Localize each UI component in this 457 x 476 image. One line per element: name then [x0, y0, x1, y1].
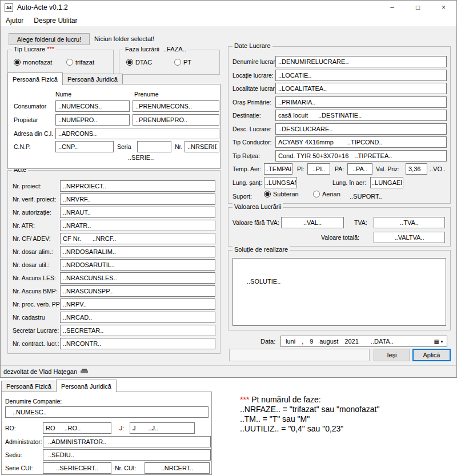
tab-persoana-juridica[interactable]: Persoană Juridică	[62, 74, 123, 84]
cf-prefix: CF Nr.	[63, 235, 81, 242]
radio-dtac[interactable]: DTAC	[126, 59, 152, 66]
choose-folder-button[interactable]: Alege folderul de lucru!	[9, 33, 90, 45]
window-title: Auto-Acte v0.1.2	[17, 3, 68, 11]
date-day: 9	[310, 338, 313, 345]
nr-atr-input[interactable]	[60, 220, 215, 231]
tip-lucrare-group: Tip Lucrare *** monofazat trifazat	[7, 50, 114, 75]
radio-trifazat-input[interactable]	[66, 59, 73, 66]
radio-subteran[interactable]: Subteran	[264, 191, 299, 197]
person-tabstrip-bottom: Persoană Fizică Persoană Juridică	[1, 380, 117, 392]
consumator-nume-input[interactable]	[55, 100, 130, 112]
oras-primarie-input[interactable]	[275, 96, 447, 108]
ro-input[interactable]: RO ..RO..	[43, 422, 111, 434]
chevron-down-icon: ▼	[440, 340, 444, 344]
tip-conductor-input[interactable]: ACYABY 4X16mmp ..TIPCOND..	[275, 136, 447, 148]
localitate-lucrare-input[interactable]	[275, 83, 447, 94]
nr-proc-verb-pp-input[interactable]	[60, 298, 215, 310]
temp-aer-input[interactable]	[264, 163, 292, 175]
date-month: august	[319, 338, 338, 345]
nr-cadastru-input[interactable]	[60, 312, 215, 323]
nr-proiect-input[interactable]	[60, 180, 215, 192]
pa-input[interactable]	[347, 163, 372, 175]
iesi-button[interactable]: Ieși	[374, 349, 410, 361]
tip-retea-input[interactable]: Cond. TYIR 50+3X70+16 ..TIPRETEA..	[275, 150, 447, 162]
radio-aerian[interactable]: Aerian	[313, 191, 340, 197]
seria-input[interactable]	[137, 141, 171, 152]
seria-label: Seria	[117, 143, 131, 150]
cnp-input[interactable]	[55, 141, 114, 152]
serie-cui-label: Serie CUI:	[5, 465, 33, 471]
minimize-icon[interactable]: –	[379, 1, 405, 14]
nr-dosar-util-input[interactable]	[60, 259, 215, 271]
col-header-nume: Nume	[55, 91, 71, 98]
notes-line-3: ..UUTILIZ.. = "0,4" sau "0,23"	[240, 424, 379, 434]
faza-title-text: Faza lucrării	[125, 46, 159, 53]
nr-autorizatie-input[interactable]	[60, 207, 215, 218]
propietar-nume-input[interactable]	[55, 114, 130, 126]
valoare-fara-tva-input[interactable]	[281, 217, 344, 228]
locatie-lucrare-input[interactable]	[275, 70, 447, 81]
menubar: Ajutor Despre Utilitar	[1, 14, 456, 26]
nrserie-input[interactable]	[185, 141, 219, 152]
close-icon[interactable]: ×	[431, 1, 456, 14]
nr-contract-lucr-input[interactable]	[60, 338, 215, 349]
tip-retea-prefix: Cond. TYIR 50+3X70+16	[278, 152, 348, 159]
administrator-label: Administrator:	[5, 438, 42, 445]
tab-persoana-juridica-bottom[interactable]: Persoană Juridică	[56, 380, 117, 392]
ro-prefix: RO	[46, 425, 55, 431]
radio-pt-input[interactable]	[174, 59, 181, 66]
valoare-totala-input[interactable]	[374, 232, 445, 243]
adresa-input[interactable]	[55, 128, 219, 139]
propietar-prenume-input[interactable]	[133, 114, 219, 126]
nr-dosar-alim-input[interactable]	[60, 246, 215, 257]
destinatie-input[interactable]: casă locuit ..DESTINATIE..	[275, 110, 447, 121]
nr-cf-adev-input[interactable]: CF Nr. ..NRCF..	[60, 233, 215, 244]
desc-lucrare-input[interactable]	[275, 123, 447, 135]
calendar-dropdown-button[interactable]: ▦ ▼	[432, 336, 446, 346]
val-priz-input[interactable]	[406, 163, 427, 175]
date-picker[interactable]: luni , 9 august 2021 ..DATA.. ▦ ▼	[280, 336, 447, 347]
radio-monofazat-input[interactable]	[14, 59, 21, 66]
radio-monofazat[interactable]: monofazat	[14, 59, 52, 66]
radio-subteran-input[interactable]	[264, 191, 271, 197]
propietar-label: Propietar	[14, 116, 38, 123]
secretar-lucrare-input[interactable]	[60, 325, 215, 336]
maximize-icon[interactable]: □	[405, 1, 431, 14]
val-priz-placeholder: ..VO..	[430, 166, 446, 172]
seriecert-input[interactable]	[43, 462, 111, 474]
nr-ascuns-bmp-input[interactable]	[60, 285, 215, 297]
menu-ajutor[interactable]: Ajutor	[1, 15, 29, 26]
radio-aerian-input[interactable]	[313, 191, 320, 197]
titlebar: A4 Auto-Acte v0.1.2 – □ ×	[1, 1, 456, 14]
nrcert-input[interactable]	[145, 462, 210, 474]
pi-input[interactable]	[307, 163, 330, 175]
pa-label: PA:	[335, 166, 344, 172]
denumire-lucrare-input[interactable]	[275, 56, 447, 67]
aplica-button[interactable]: Aplică	[412, 349, 451, 361]
notes-title-line: *** Pt numărul de faze:	[240, 395, 379, 405]
solutie-group: Soluție de realizare ..SOLUTIE..	[228, 250, 451, 330]
tab-persoana-fizica[interactable]: Persoană Fizică	[7, 72, 63, 85]
numesc-input[interactable]	[5, 406, 209, 418]
nr-ascuns-les-input[interactable]	[60, 272, 215, 284]
administrator-input[interactable]	[43, 436, 211, 447]
lung-aer-input[interactable]	[370, 177, 403, 188]
solutie-textarea[interactable]: ..SOLUTIE..	[232, 258, 446, 326]
faze-notes: *** Pt numărul de faze: ..NRFAZE.. = "tr…	[240, 395, 379, 434]
radio-dtac-input[interactable]	[126, 59, 133, 66]
radio-pt[interactable]: PT	[174, 59, 191, 66]
nr-verif-proiect-input[interactable]	[60, 193, 215, 205]
menu-despre-utilitar[interactable]: Despre Utilitar	[29, 15, 82, 26]
tva-input[interactable]	[374, 217, 445, 228]
printer-icon	[81, 369, 88, 375]
consumator-prenume-input[interactable]	[133, 100, 219, 112]
radio-trifazat[interactable]: trifazat	[66, 59, 94, 66]
lung-sant-input[interactable]	[264, 177, 297, 188]
valoare-totala-label: Valoare totală:	[321, 234, 359, 241]
tip-conductor-placeholder: ..TIPCOND..	[347, 139, 383, 146]
tab-persoana-fizica-bottom[interactable]: Persoană Fizică	[1, 381, 57, 392]
radio-subteran-label: Subteran	[273, 191, 299, 197]
sediu-input[interactable]	[43, 449, 211, 461]
j-input[interactable]: J ..J..	[130, 422, 195, 434]
nr-autorizatie-label: Nr. autorizație:	[13, 209, 51, 216]
